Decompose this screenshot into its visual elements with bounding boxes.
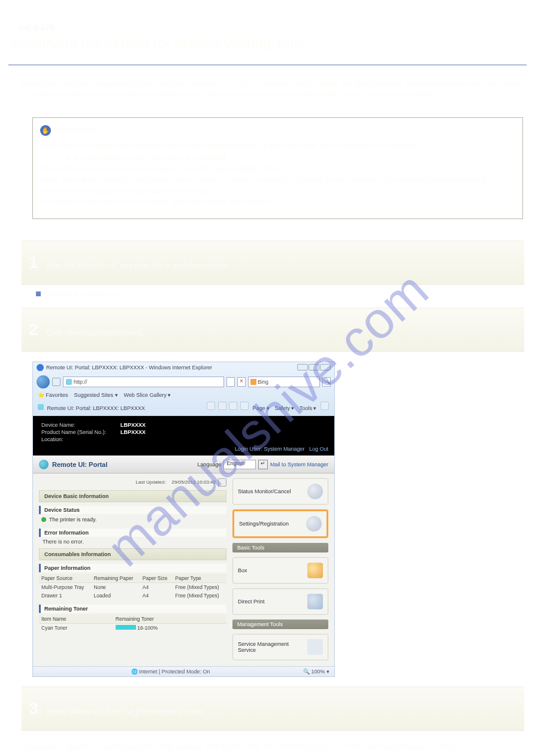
step-text: Click [Settings/Registration].: [46, 328, 144, 337]
refresh-icon[interactable]: [218, 478, 226, 487]
subsection-device-status: Device Status: [39, 506, 226, 514]
window-title: Remote UI: Portal: LBPXXXX: LBPXXXX - Wi…: [46, 365, 212, 371]
service-icon: [307, 639, 323, 655]
language-label: Language: [197, 462, 221, 467]
search-go-icon[interactable]: 🔍: [322, 377, 331, 387]
link-starting-remote-ui[interactable]: "Starting the Remote UI": [36, 290, 527, 298]
zone-label: 🌐 Internet | Protected Mode: On: [131, 669, 210, 675]
help-icon[interactable]: [321, 402, 329, 410]
important-line: If you turn on the printer after turning…: [40, 141, 512, 152]
step-1: 1 Start the Remote UI, and then log in a…: [22, 241, 524, 285]
screenshot-remote-ui: Remote UI: Portal: LBPXXXX: LBPXXXX - Wi…: [32, 362, 335, 677]
intro-paragraph: Specify the setting for startup waiting …: [20, 80, 523, 101]
group-basic-tools: Basic Tools: [232, 543, 328, 552]
step-number: 3: [29, 699, 38, 718]
step-text: Select [Network] from the [Preferences] …: [46, 707, 206, 716]
home-icon[interactable]: [207, 402, 215, 410]
printer-icon: [307, 594, 323, 609]
ftp-note: If you want to specify the setting using…: [22, 742, 523, 752]
subsection-remaining-toner: Remaining Toner: [39, 605, 226, 613]
portal-title: Remote UI: Portal: [52, 461, 107, 468]
important-line: • A Hub or other device to which the pri…: [40, 152, 512, 163]
step-3: 3 Select [Network] from the [Preferences…: [22, 687, 524, 731]
page-title: Specifying the Setting for Startup Waiti…: [11, 36, 527, 57]
zoom-control[interactable]: 🔍 100% ▾: [303, 669, 330, 675]
nav-fwd-button[interactable]: [52, 378, 61, 386]
toner-bar: [116, 625, 136, 630]
mail-to-manager-link[interactable]: Mail to System Manager: [270, 462, 328, 467]
table-row: Multi-Purpose TrayNoneA4Free (Mixed Type…: [39, 582, 226, 591]
refresh-icon[interactable]: [226, 377, 235, 387]
box-icon: [307, 563, 323, 578]
nav-back-button[interactable]: [37, 375, 50, 388]
page-menu[interactable]: Page ▾: [251, 405, 271, 414]
address-bar[interactable]: http://: [63, 377, 224, 387]
stop-icon[interactable]: ×: [237, 377, 246, 387]
mail-icon[interactable]: [229, 402, 237, 410]
language-select[interactable]: English: [223, 460, 256, 469]
ie-icon: [37, 364, 44, 371]
search-box[interactable]: Bing: [248, 377, 320, 387]
safety-menu[interactable]: Safety ▾: [273, 405, 295, 414]
link-label: "Starting the Remote UI": [44, 290, 123, 298]
eye-icon: [307, 484, 323, 499]
step-number: 1: [29, 253, 38, 272]
webslice-button[interactable]: Web Slice Gallery ▾: [124, 392, 171, 398]
favorites-button[interactable]: ⭐ Favorites: [38, 392, 68, 398]
section-device-basic: Device Basic Information: [39, 490, 226, 502]
step-text: Start the Remote UI, and then log in as …: [46, 261, 230, 270]
browser-tab[interactable]: Remote UI: Portal: LBPXXXX: LBPXXXX: [38, 404, 145, 411]
important-box: ✋ IMPORTANT If you turn on the printer a…: [32, 117, 523, 219]
portal-icon: [39, 460, 49, 469]
title-rule: [8, 65, 527, 65]
table-row: Drawer 1LoadedA4Free (Mixed Types): [39, 591, 226, 600]
subsection-paper-info: Paper Information: [39, 564, 226, 572]
important-line: If the printer cannot connect to the net…: [40, 163, 512, 175]
suggested-sites-button[interactable]: Suggested Sites ▾: [74, 392, 118, 398]
page-icon: [66, 379, 72, 385]
tools-menu[interactable]: Tools ▾: [298, 405, 318, 414]
sms-button[interactable]: Service Management Service: [232, 634, 328, 660]
group-management-tools: Management Tools: [232, 620, 328, 629]
gear-icon: [306, 516, 322, 532]
important-line: When you use the spanning tree function …: [40, 174, 512, 196]
status-monitor-button[interactable]: Status Monitor/Cancel: [232, 478, 328, 505]
step-number: 2: [29, 320, 38, 339]
direct-print-button[interactable]: Direct Print: [232, 588, 328, 615]
device-header: Device Name:LBPXXXX Product Name (Serial…: [33, 416, 334, 446]
print-icon[interactable]: [240, 402, 249, 410]
last-updated: Last Updated: 29/05/2012 10:03:42: [39, 478, 226, 487]
error-text: There is no error.: [39, 539, 226, 548]
section-consumables: Consumables Information: [39, 548, 226, 560]
important-icon: ✋: [40, 125, 51, 136]
feeds-icon[interactable]: [218, 402, 226, 410]
subsection-error-info: Error Information: [39, 529, 226, 537]
printer-status: The printer is ready.: [39, 516, 226, 526]
toner-table: Item NameRemaining Toner Cyan Toner 16-1…: [39, 615, 226, 632]
box-button[interactable]: Box: [232, 557, 328, 584]
window-controls[interactable]: [297, 364, 331, 372]
step-2: 2 Click [Settings/Registration].: [22, 308, 524, 352]
bing-icon: [250, 379, 256, 385]
status-ok-icon: [41, 517, 46, 522]
doc-number: 04L9-076: [19, 23, 527, 32]
important-line: For details on the spanning tree functio…: [40, 196, 512, 208]
language-apply-button[interactable]: ↵: [258, 460, 268, 469]
settings-registration-button[interactable]: Settings/Registration: [232, 509, 328, 538]
important-title: IMPORTANT: [56, 125, 98, 136]
login-row: Login User: System Manager Log Out: [33, 446, 334, 456]
link-icon: [36, 292, 41, 296]
logout-link[interactable]: Log Out: [309, 446, 328, 452]
table-row: Cyan Toner 16-100%: [39, 623, 226, 632]
tab-icon: [38, 404, 44, 410]
paper-table: Paper Source Remaining Paper Paper Size …: [39, 574, 226, 600]
